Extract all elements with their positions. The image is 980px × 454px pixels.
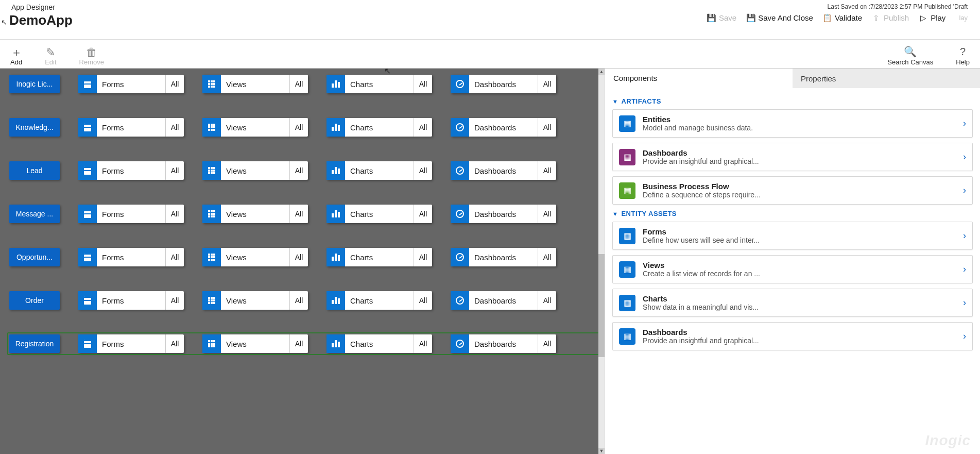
asset-forms-all[interactable]: All xyxy=(165,161,184,180)
entity-pill[interactable]: Message ... xyxy=(9,205,60,223)
asset-dashboards-all[interactable]: All xyxy=(538,75,556,93)
asset-forms[interactable]: Forms All xyxy=(78,291,184,310)
section-entity-assets[interactable]: ▼ ENTITY ASSETS xyxy=(612,210,973,217)
remove-button[interactable]: 🗑 Remove xyxy=(79,48,104,66)
asset-charts-all[interactable]: All xyxy=(414,334,432,353)
asset-charts-all[interactable]: All xyxy=(414,118,432,137)
section-artifacts[interactable]: ▼ ARTIFACTS xyxy=(612,97,973,105)
asset-forms-label: Forms xyxy=(97,253,165,262)
canvas-scrollbar[interactable]: ▲ ▼ xyxy=(598,69,605,454)
asset-forms-all[interactable]: All xyxy=(165,334,184,353)
asset-views[interactable]: Views All xyxy=(202,75,308,93)
asset-forms[interactable]: Forms All xyxy=(78,248,184,266)
entity-row[interactable]: Order Forms All Views All Charts All Das… xyxy=(9,291,599,310)
asset-forms-all[interactable]: All xyxy=(165,291,184,310)
asset-forms-all[interactable]: All xyxy=(165,118,184,137)
asset-charts-all[interactable]: All xyxy=(414,205,432,223)
asset-charts[interactable]: Charts All xyxy=(326,291,432,310)
asset-views[interactable]: Views All xyxy=(202,334,308,353)
asset-dashboards-all[interactable]: All xyxy=(538,161,556,180)
asset-views[interactable]: Views All xyxy=(202,248,308,266)
asset-forms-all[interactable]: All xyxy=(165,248,184,266)
entity-row[interactable]: Message ... Forms All Views All Charts A… xyxy=(9,205,599,223)
publish-button[interactable]: ⇪ Publish xyxy=(872,13,909,22)
card-forms[interactable]: ▦ Forms Define how users will see and in… xyxy=(612,222,973,250)
tab-components[interactable]: Components xyxy=(605,69,793,88)
asset-views-all[interactable]: All xyxy=(289,334,308,353)
asset-views-all[interactable]: All xyxy=(289,75,308,93)
asset-charts-label: Charts xyxy=(345,123,414,132)
help-label: Help xyxy=(956,58,970,66)
asset-charts[interactable]: Charts All xyxy=(326,334,432,353)
card-dashboards[interactable]: ▦ Dashboards Provide an insightful and g… xyxy=(612,143,973,171)
card-views[interactable]: ▦ Views Create a list view of records fo… xyxy=(612,255,973,283)
asset-dashboards-all[interactable]: All xyxy=(538,334,556,353)
asset-dashboards[interactable]: Dashboards All xyxy=(451,118,556,137)
asset-dashboards[interactable]: Dashboards All xyxy=(451,248,556,266)
asset-dashboards[interactable]: Dashboards All xyxy=(451,75,556,93)
asset-views-all[interactable]: All xyxy=(289,161,308,180)
scroll-up-arrow[interactable]: ▲ xyxy=(598,69,605,75)
asset-forms[interactable]: Forms All xyxy=(78,118,184,137)
asset-charts-all[interactable]: All xyxy=(414,248,432,266)
asset-charts-all[interactable]: All xyxy=(414,75,432,93)
play-button[interactable]: ▷ Play xyxy=(919,13,945,22)
asset-views-all[interactable]: All xyxy=(289,291,308,310)
card-business-process-flow[interactable]: ▦ Business Process Flow Define a sequenc… xyxy=(612,176,973,205)
asset-dashboards[interactable]: Dashboards All xyxy=(451,161,556,180)
entity-row[interactable]: Lead Forms All Views All Charts All Dash… xyxy=(9,161,599,180)
asset-dashboards[interactable]: Dashboards All xyxy=(451,205,556,223)
entity-row[interactable]: Inogic Lic... Forms All Views All Charts… xyxy=(9,75,599,93)
save-icon: 💾 xyxy=(708,14,716,22)
entity-row[interactable]: Opportun... Forms All Views All Charts A… xyxy=(9,248,599,266)
card-entities[interactable]: ▦ Entities Model and manage business dat… xyxy=(612,109,973,138)
asset-charts[interactable]: Charts All xyxy=(326,161,432,180)
asset-views[interactable]: Views All xyxy=(202,291,308,310)
asset-views-all[interactable]: All xyxy=(289,248,308,266)
entity-pill[interactable]: Inogic Lic... xyxy=(9,75,60,93)
entity-pill[interactable]: Order xyxy=(9,291,60,310)
asset-charts[interactable]: Charts All xyxy=(326,205,432,223)
entity-row[interactable]: Knowledg... Forms All Views All Charts A… xyxy=(9,118,599,137)
asset-forms[interactable]: Forms All xyxy=(78,205,184,223)
asset-dashboards-all[interactable]: All xyxy=(538,291,556,310)
asset-forms-all[interactable]: All xyxy=(165,75,184,93)
help-button[interactable]: ? Help xyxy=(956,47,970,66)
asset-dashboards-all[interactable]: All xyxy=(538,205,556,223)
add-button[interactable]: ＋ Add xyxy=(10,48,22,66)
tab-properties[interactable]: Properties xyxy=(793,69,980,88)
card-charts[interactable]: ▦ Charts Show data in a meaningful and v… xyxy=(612,289,973,317)
edit-button[interactable]: ✎ Edit xyxy=(45,48,56,66)
asset-charts-all[interactable]: All xyxy=(414,161,432,180)
search-canvas-button[interactable]: 🔍 Search Canvas xyxy=(887,47,933,66)
save-and-close-button[interactable]: 💾 Save And Close xyxy=(747,13,813,22)
asset-dashboards[interactable]: Dashboards All xyxy=(451,334,556,353)
asset-charts[interactable]: Charts All xyxy=(326,248,432,266)
entity-pill[interactable]: Opportun... xyxy=(9,248,60,266)
asset-dashboards-all[interactable]: All xyxy=(538,118,556,137)
entity-row[interactable]: Registration Forms All Views All Charts … xyxy=(7,332,601,355)
asset-charts[interactable]: Charts All xyxy=(326,118,432,137)
save-button[interactable]: 💾 Save xyxy=(708,13,736,22)
asset-forms-all[interactable]: All xyxy=(165,205,184,223)
asset-views-all[interactable]: All xyxy=(289,205,308,223)
asset-views[interactable]: Views All xyxy=(202,205,308,223)
asset-forms[interactable]: Forms All xyxy=(78,75,184,93)
asset-views[interactable]: Views All xyxy=(202,118,308,137)
asset-forms[interactable]: Forms All xyxy=(78,334,184,353)
asset-charts[interactable]: Charts All xyxy=(326,75,432,93)
entity-pill[interactable]: Lead xyxy=(9,161,60,180)
entity-pill[interactable]: Registration xyxy=(9,334,60,353)
card-dashboards[interactable]: ▦ Dashboards Provide an insightful and g… xyxy=(612,322,973,350)
asset-dashboards[interactable]: Dashboards All xyxy=(451,291,556,310)
asset-views-all[interactable]: All xyxy=(289,118,308,137)
scroll-down-arrow[interactable]: ▼ xyxy=(598,448,605,454)
asset-views-label: Views xyxy=(221,253,289,262)
scroll-thumb[interactable] xyxy=(598,254,605,357)
asset-charts-all[interactable]: All xyxy=(414,291,432,310)
asset-forms[interactable]: Forms All xyxy=(78,161,184,180)
asset-views[interactable]: Views All xyxy=(202,161,308,180)
entity-pill[interactable]: Knowledg... xyxy=(9,118,60,137)
asset-dashboards-all[interactable]: All xyxy=(538,248,556,266)
validate-button[interactable]: 📋 Validate xyxy=(823,13,862,22)
